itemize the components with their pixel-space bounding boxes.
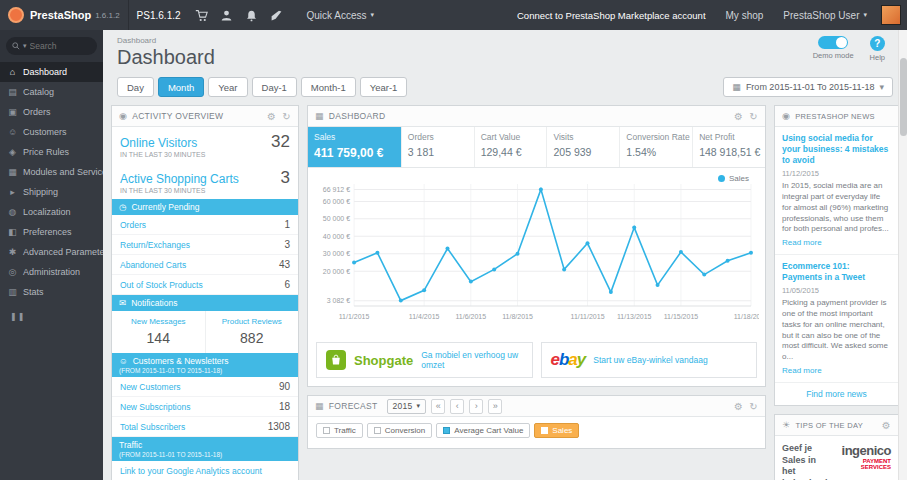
row-link[interactable]: Total Subscribers: [120, 422, 185, 432]
filter-day-1-button[interactable]: Day-1: [252, 77, 297, 97]
find-more-news-link[interactable]: Find more news: [775, 383, 898, 405]
sidebar-item-shipping[interactable]: ▸ Shipping: [0, 182, 103, 202]
filter-month-button[interactable]: Month: [158, 77, 204, 97]
online-visitors-row[interactable]: Online Visitors 32: [112, 127, 298, 150]
filter-year-1-button[interactable]: Year-1: [360, 77, 408, 97]
traffic-header: Traffic (FROM 2015-11-01 TO 2015-11-18): [112, 437, 298, 461]
search-scope-caret-icon[interactable]: ▾: [23, 42, 27, 50]
forecast-traffic-chip[interactable]: Traffic: [316, 423, 363, 438]
online-visitors-link[interactable]: Online Visitors: [120, 136, 197, 150]
ebay-promo[interactable]: ebay Start uw eBay-winkel vandaag: [541, 342, 758, 378]
active-carts-link[interactable]: Active Shopping Carts: [120, 172, 239, 186]
sidebar-item-administration[interactable]: ◎ Administration: [0, 262, 103, 282]
cart-icon[interactable]: [195, 9, 208, 22]
first-page-button[interactable]: «: [431, 399, 445, 414]
bell-icon[interactable]: [245, 9, 258, 22]
forecast-conversion-chip[interactable]: Conversion: [367, 423, 432, 438]
read-more-link[interactable]: Read more: [782, 238, 891, 247]
forecast-year-select[interactable]: 2015 ▾: [387, 399, 427, 414]
new-subscriptions-row[interactable]: New Subscriptions 18: [112, 397, 298, 417]
row-link[interactable]: New Customers: [120, 382, 180, 392]
refresh-icon[interactable]: ↻: [282, 111, 291, 122]
kpi-orders[interactable]: Orders 3 181: [402, 127, 475, 167]
kpi-cart-value[interactable]: Cart Value 129,44 €: [475, 127, 548, 167]
news-title-link[interactable]: Using social media for your business: 4 …: [782, 133, 891, 166]
news-title-link[interactable]: Ecommerce 101: Payments in a Tweet: [782, 261, 891, 283]
sales-chart[interactable]: 11/1/201511/4/201511/6/201511/8/201511/1…: [314, 174, 759, 334]
cell-label[interactable]: Product Reviews: [210, 317, 295, 326]
vertical-scrollbar[interactable]: [898, 30, 907, 480]
user-icon[interactable]: [220, 9, 233, 22]
filter-month-1-button[interactable]: Month-1: [301, 77, 356, 97]
sidebar-item-price-rules[interactable]: ◈ Price Rules: [0, 142, 103, 162]
filter-day-button[interactable]: Day: [117, 77, 154, 97]
product-reviews-cell[interactable]: Product Reviews 882: [205, 311, 299, 353]
abandoned-carts-row[interactable]: Abandoned Carts 43: [112, 255, 298, 275]
shopgate-promo[interactable]: Shopgate Ga mobiel en verhoog uw omzet: [316, 342, 533, 378]
avatar[interactable]: [881, 5, 901, 25]
filter-year-button[interactable]: Year: [208, 77, 247, 97]
shop-name[interactable]: PS1.6.1.2: [137, 10, 181, 21]
active-carts-row[interactable]: Active Shopping Carts 3: [112, 163, 298, 186]
row-link[interactable]: Orders: [120, 220, 146, 230]
demo-mode-toggle[interactable]: Demo mode: [813, 36, 854, 62]
rocket-icon[interactable]: [270, 9, 283, 22]
last-page-button[interactable]: »: [488, 399, 502, 414]
forecast-avg-cart-chip[interactable]: Average Cart Value: [436, 423, 530, 438]
ebay-letter: y: [577, 350, 585, 369]
user-menu[interactable]: PrestaShop User ▾: [773, 0, 877, 30]
news-item: Ecommerce 101: Payments in a Tweet 11/05…: [775, 255, 898, 383]
pending-orders-row[interactable]: Orders 1: [112, 215, 298, 235]
kpi-net-profit[interactable]: Net Profit 148 918,51 €: [693, 127, 765, 167]
new-messages-cell[interactable]: New Messages 144: [112, 311, 205, 353]
refresh-icon[interactable]: ↻: [749, 111, 758, 122]
read-more-link[interactable]: Read more: [782, 366, 891, 375]
gear-icon[interactable]: ⚙: [734, 111, 743, 122]
shopgate-link[interactable]: Ga mobiel en verhoog uw omzet: [421, 350, 522, 370]
prev-page-button[interactable]: ‹: [450, 399, 464, 414]
sidebar-item-customers[interactable]: ☺ Customers: [0, 122, 103, 142]
ebay-link[interactable]: Start uw eBay-winkel vandaag: [593, 355, 707, 365]
sidebar-item-dashboard[interactable]: ⌂ Dashboard: [0, 62, 103, 82]
gear-icon[interactable]: ⚙: [267, 111, 276, 122]
kpi-sales[interactable]: Sales 411 759,00 €: [308, 127, 402, 167]
row-link[interactable]: Abandoned Carts: [120, 260, 186, 270]
quick-access-menu[interactable]: Quick Access ▾: [297, 0, 385, 30]
date-range-picker[interactable]: ▦ From 2015-11-01 To 2015-11-18 ▾: [723, 77, 893, 97]
row-link[interactable]: New Subscriptions: [120, 402, 190, 412]
sidebar-item-localization[interactable]: ◍ Localization: [0, 202, 103, 222]
refresh-icon[interactable]: ↻: [749, 401, 758, 412]
gear-icon[interactable]: ⚙: [882, 420, 891, 431]
gear-icon[interactable]: ⚙: [734, 401, 743, 412]
breadcrumb[interactable]: Dashboard: [117, 36, 893, 45]
row-link[interactable]: Return/Exchanges: [120, 240, 190, 250]
scrollbar-thumb[interactable]: [900, 58, 907, 136]
kpi-visits[interactable]: Visits 205 939: [547, 127, 620, 167]
google-analytics-link[interactable]: Link to your Google Analytics account: [112, 461, 298, 480]
total-subscribers-row[interactable]: Total Subscribers 1308: [112, 417, 298, 437]
out-of-stock-row[interactable]: Out of Stock Products 6: [112, 275, 298, 295]
pending-returns-row[interactable]: Return/Exchanges 3: [112, 235, 298, 255]
sidebar-item-stats[interactable]: ▥ Stats: [0, 282, 103, 302]
help-button[interactable]: ? Help: [870, 36, 885, 62]
next-page-button[interactable]: ›: [469, 399, 483, 414]
forecast-panel: ▦ FORECAST 2015 ▾ « ‹ › » ⚙ ↻: [307, 395, 766, 449]
search-input[interactable]: [30, 41, 82, 51]
help-icon[interactable]: ?: [870, 36, 885, 51]
cell-label[interactable]: New Messages: [116, 317, 201, 326]
sidebar-item-orders[interactable]: ▣ Orders: [0, 102, 103, 122]
my-shop-link[interactable]: My shop: [716, 0, 774, 30]
sidebar-item-preferences[interactable]: ◧ Preferences: [0, 222, 103, 242]
new-customers-row[interactable]: New Customers 90: [112, 377, 298, 397]
kpi-conversion-rate[interactable]: Conversion Rate 1.54%: [620, 127, 693, 167]
sidebar-item-catalog[interactable]: ▤ Catalog: [0, 82, 103, 102]
sidebar-search[interactable]: ▾: [6, 37, 97, 55]
row-link[interactable]: Out of Stock Products: [120, 280, 203, 290]
marketplace-link[interactable]: Connect to PrestaShop Marketplace accoun…: [507, 0, 716, 30]
sidebar-collapse-icon[interactable]: ❚❚: [0, 302, 103, 331]
forecast-sales-chip[interactable]: Sales: [534, 423, 579, 438]
toggle-switch[interactable]: [818, 36, 848, 49]
activity-overview-panel: ◉ ACTIVITY OVERVIEW ⚙ ↻ Online Visitors …: [111, 105, 299, 480]
sidebar-item-advanced-parameters[interactable]: ✱ Advanced Parameters: [0, 242, 103, 262]
sidebar-item-modules[interactable]: ▦ Modules and Services: [0, 162, 103, 182]
